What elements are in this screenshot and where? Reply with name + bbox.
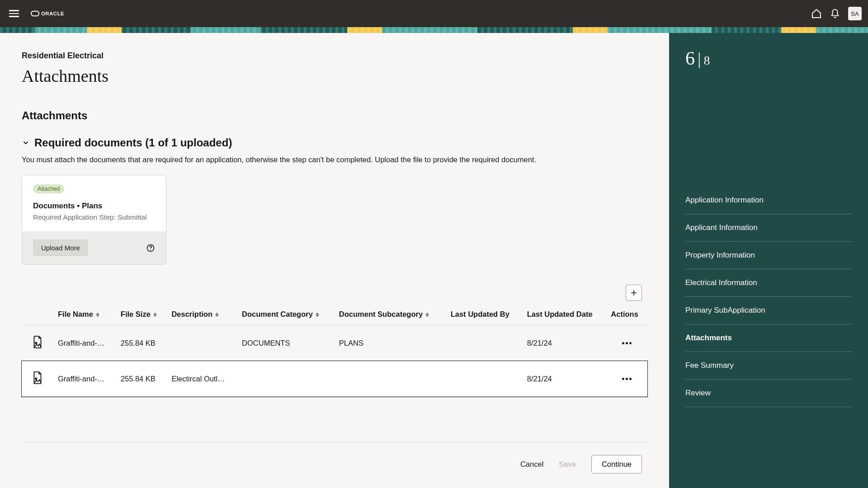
col-file-size[interactable]: File Size: [116, 304, 167, 325]
svg-point-3: [150, 249, 151, 250]
nav-step[interactable]: Applicant Information: [685, 214, 852, 242]
col-updated-by[interactable]: Last Updated By: [446, 304, 523, 325]
status-badge: Attached: [33, 184, 64, 193]
cell-updated-by: [446, 361, 523, 397]
avatar[interactable]: SA: [848, 7, 862, 20]
table-row[interactable]: Graffiti-and-… 255.84 KB Electircal Outl…: [22, 361, 647, 397]
cell-description: [167, 325, 237, 361]
cell-actions[interactable]: [606, 361, 647, 397]
required-docs-description: You must attach the documents that are r…: [22, 155, 647, 164]
row-actions-menu[interactable]: [611, 378, 643, 380]
current-step: 6: [685, 47, 695, 69]
main-content: Residential Electrical Attachments Attac…: [0, 33, 669, 488]
home-icon[interactable]: [811, 8, 822, 19]
help-icon[interactable]: [146, 244, 155, 253]
file-icon: [22, 325, 53, 361]
header-right: SA: [811, 7, 862, 20]
active-step-pointer: [661, 404, 667, 413]
continue-button[interactable]: Continue: [591, 455, 642, 474]
cell-file-name: Graffiti-and-…: [53, 325, 116, 361]
svg-point-7: [35, 378, 37, 380]
col-subcategory[interactable]: Document Subcategory: [335, 304, 446, 325]
nav-step[interactable]: Attachments: [685, 324, 852, 352]
col-file-name[interactable]: File Name: [53, 304, 116, 325]
section-title: Attachments: [22, 109, 647, 122]
save-button: Save: [559, 460, 576, 469]
svg-rect-0: [31, 11, 39, 16]
nav-step[interactable]: Fee Summary: [685, 352, 852, 380]
required-docs-heading[interactable]: Required documents (1 of 1 uploaded): [22, 136, 647, 149]
upload-more-button[interactable]: Upload More: [33, 239, 88, 256]
cell-file-size: 255.84 KB: [116, 325, 167, 361]
required-docs-title: Required documents (1 of 1 uploaded): [34, 136, 232, 149]
cell-subcategory: [335, 361, 446, 397]
add-attachment-button[interactable]: [626, 285, 642, 301]
col-updated-date[interactable]: Last Updated Date: [523, 304, 607, 325]
cell-file-size: 255.84 KB: [116, 361, 167, 397]
cancel-button[interactable]: Cancel: [520, 460, 543, 469]
col-actions: Actions: [606, 304, 647, 325]
page-title: Attachments: [22, 66, 647, 86]
footer-buttons: Cancel Save Continue: [22, 442, 647, 488]
cell-description: Electircal Outl…: [167, 361, 237, 397]
chevron-down-icon: [22, 139, 30, 147]
breadcrumb: Residential Electrical: [22, 51, 647, 61]
required-doc-card: Attached Documents • Plans Required Appl…: [22, 175, 166, 265]
decorative-banner: [0, 27, 868, 33]
cell-category: DOCUMENTS: [237, 325, 335, 361]
svg-point-6: [35, 343, 37, 344]
nav-step[interactable]: Primary SubApplication: [685, 297, 852, 324]
cell-updated-date: 8/21/24: [523, 325, 607, 361]
menu-button[interactable]: [6, 7, 22, 20]
doc-card-subtitle: Required Application Step: Submittal: [33, 213, 155, 221]
side-panel: 6 | 8 Application InformationApplicant I…: [669, 33, 868, 488]
cell-updated-date: 8/21/24: [523, 361, 607, 397]
col-category[interactable]: Document Category: [237, 304, 335, 325]
oracle-logo: ORACLE: [31, 9, 80, 19]
doc-card-title: Documents • Plans: [33, 202, 155, 211]
header-left: ORACLE: [6, 7, 80, 20]
global-header: ORACLE SA: [0, 0, 868, 27]
step-nav: Application InformationApplicant Informa…: [685, 187, 852, 407]
cell-updated-by: [446, 325, 523, 361]
cell-category: [237, 361, 335, 397]
cell-actions[interactable]: [606, 325, 647, 361]
svg-text:ORACLE: ORACLE: [41, 11, 64, 16]
nav-step[interactable]: Property Information: [685, 242, 852, 269]
col-description[interactable]: Description: [167, 304, 237, 325]
total-steps: 8: [704, 53, 710, 68]
nav-step[interactable]: Electrical Information: [685, 269, 852, 297]
nav-step[interactable]: Review: [685, 380, 852, 407]
table-row[interactable]: Graffiti-and-… 255.84 KB DOCUMENTS PLANS…: [22, 325, 647, 361]
attachments-table: File Name File Size Description Document…: [22, 304, 647, 397]
file-icon: [22, 361, 53, 397]
step-counter: 6 | 8: [685, 47, 852, 69]
bell-icon[interactable]: [830, 8, 840, 19]
cell-file-name: Graffiti-and-…: [53, 361, 116, 397]
row-actions-menu[interactable]: [611, 342, 643, 344]
nav-step[interactable]: Application Information: [685, 187, 852, 214]
cell-subcategory: PLANS: [335, 325, 446, 361]
